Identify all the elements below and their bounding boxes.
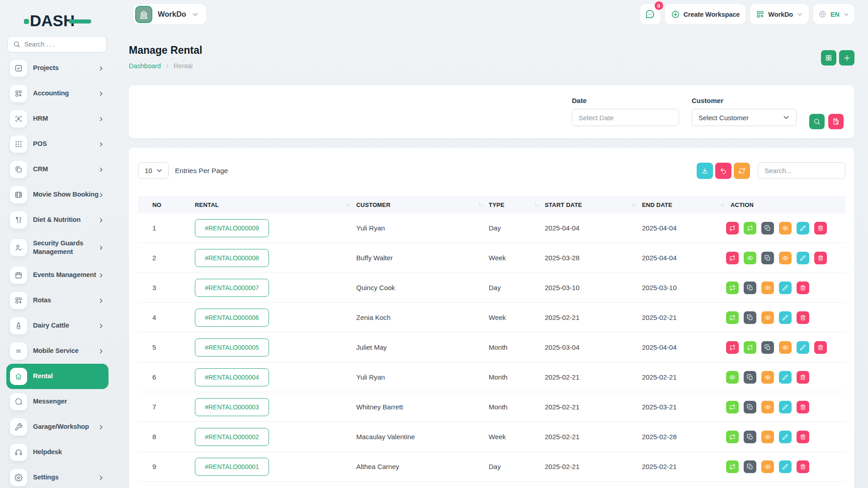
rental-code-link[interactable]: #RENTALO000005 <box>195 338 269 357</box>
customer-filter-select[interactable]: Select Customer <box>692 109 797 126</box>
delete-button[interactable] <box>797 311 809 324</box>
cell-type: Week <box>489 314 545 321</box>
table-search-input[interactable]: Search... <box>758 162 845 179</box>
sidebar-item-accounting[interactable]: Accounting <box>6 81 108 106</box>
messages-button[interactable]: 0 <box>640 4 660 24</box>
delete-button[interactable] <box>814 252 827 264</box>
view-button[interactable] <box>761 401 774 413</box>
view-button[interactable] <box>744 252 756 264</box>
column-header-end-date[interactable]: END DATE↑↓ <box>642 202 731 208</box>
edit-button[interactable] <box>797 222 809 235</box>
duplicate-button[interactable] <box>761 222 774 235</box>
convert-button[interactable] <box>726 460 739 473</box>
sidebar-item-rental[interactable]: Rental <box>6 364 108 389</box>
rental-code-link[interactable]: #RENTALO000007 <box>195 279 269 297</box>
delete-button[interactable] <box>797 371 809 384</box>
sidebar-item-rotas[interactable]: Rotas <box>6 288 108 313</box>
view-button[interactable] <box>779 252 792 264</box>
view-button[interactable] <box>761 371 774 384</box>
duplicate-button[interactable] <box>744 401 756 413</box>
duplicate-button[interactable] <box>744 282 756 294</box>
sidebar-item-helpdesk[interactable]: Helpdesk <box>6 440 108 465</box>
sidebar-item-messenger[interactable]: Messenger <box>6 389 108 414</box>
view-button[interactable] <box>726 371 739 384</box>
convert-button[interactable] <box>726 252 739 264</box>
delete-button[interactable] <box>797 282 809 294</box>
sidebar-item-diet-nutrition[interactable]: Diet & Nutrition <box>6 207 108 233</box>
edit-button[interactable] <box>779 431 792 443</box>
sidebar-item-garage-workshop[interactable]: Garage/Workshop <box>6 414 108 440</box>
sidebar-item-hrm[interactable]: HRM <box>6 106 108 131</box>
rental-code-link[interactable]: #RENTALO000002 <box>195 428 269 446</box>
sidebar-item-projects[interactable]: Projects <box>6 56 108 81</box>
convert-button[interactable] <box>726 341 739 354</box>
column-header-customer[interactable]: CUSTOMER↑↓ <box>356 202 489 208</box>
apply-filter-button[interactable] <box>809 114 825 129</box>
workspace-dropdown[interactable]: WorkDo <box>750 4 809 24</box>
delete-button[interactable] <box>814 222 827 235</box>
convert-button[interactable] <box>726 401 739 413</box>
edit-button[interactable] <box>779 460 792 473</box>
sidebar-search-input[interactable]: Search . . . <box>7 36 107 52</box>
create-workspace-button[interactable]: Create Workspace <box>665 4 746 24</box>
edit-button[interactable] <box>779 401 792 413</box>
breadcrumb-dashboard-link[interactable]: Dashboard <box>129 62 161 70</box>
sidebar-search-placeholder: Search . . . <box>24 41 55 48</box>
view-button[interactable] <box>761 311 774 324</box>
export-button[interactable] <box>697 163 713 179</box>
rental-code-link[interactable]: #RENTALO000009 <box>195 219 269 237</box>
view-button[interactable] <box>779 222 792 235</box>
date-filter-input[interactable]: Select Date <box>572 109 679 126</box>
convert-button[interactable] <box>744 341 756 354</box>
duplicate-button[interactable] <box>761 341 774 354</box>
rental-code-link[interactable]: #RENTALO000008 <box>195 249 269 267</box>
duplicate-button[interactable] <box>761 252 774 264</box>
add-rental-button[interactable] <box>839 50 854 66</box>
column-header-start-date[interactable]: START DATE↑↓ <box>545 202 642 208</box>
rental-code-link[interactable]: #RENTALO000003 <box>195 398 269 416</box>
sidebar-item-movie-show-booking[interactable]: Movie Show Booking <box>6 182 108 207</box>
language-dropdown[interactable]: EN <box>813 4 854 24</box>
clear-filter-button[interactable] <box>828 114 844 129</box>
delete-button[interactable] <box>797 431 809 443</box>
sidebar-item-mobile-service[interactable]: Mobile Service <box>6 338 108 364</box>
edit-button[interactable] <box>797 252 809 264</box>
rental-code-link[interactable]: #RENTALO000001 <box>195 458 269 476</box>
duplicate-button[interactable] <box>744 371 756 384</box>
duplicate-button[interactable] <box>744 431 756 443</box>
edit-button[interactable] <box>779 371 792 384</box>
edit-button[interactable] <box>779 311 792 324</box>
rental-code-link[interactable]: #RENTALO000004 <box>195 368 269 386</box>
view-button[interactable] <box>761 431 774 443</box>
view-button[interactable] <box>761 282 774 294</box>
convert-button[interactable] <box>726 282 739 294</box>
column-header-rental[interactable]: RENTAL↑↓ <box>195 202 356 208</box>
sidebar-item-security-guards-management[interactable]: Security Guards Management <box>6 233 108 263</box>
delete-button[interactable] <box>797 460 809 473</box>
convert-button[interactable] <box>726 222 739 235</box>
duplicate-button[interactable] <box>744 460 756 473</box>
sidebar-item-settings[interactable]: Settings <box>6 465 108 488</box>
sidebar-item-dairy-cattle[interactable]: Dairy Cattle <box>6 313 108 338</box>
view-button[interactable] <box>761 460 774 473</box>
grid-view-button[interactable] <box>821 50 836 66</box>
convert-button[interactable] <box>726 431 739 443</box>
convert-button[interactable] <box>744 222 756 235</box>
workspace-switcher[interactable]: WorkDo <box>133 4 206 24</box>
convert-button[interactable] <box>726 311 739 324</box>
table-row: 4#RENTALO000006Zenia KochWeek2025-02-212… <box>138 303 845 333</box>
edit-button[interactable] <box>797 341 809 354</box>
entries-per-page-select[interactable]: 10 <box>138 162 169 179</box>
reset-button[interactable] <box>715 163 731 179</box>
sidebar-item-crm[interactable]: CRM <box>6 157 108 182</box>
refresh-button[interactable] <box>734 163 750 179</box>
edit-button[interactable] <box>779 282 792 294</box>
sidebar-item-events-management[interactable]: Events Management <box>6 263 108 288</box>
delete-button[interactable] <box>814 341 827 354</box>
view-button[interactable] <box>779 341 792 354</box>
duplicate-button[interactable] <box>744 311 756 324</box>
sidebar-item-pos[interactable]: POS <box>6 131 108 157</box>
rental-code-link[interactable]: #RENTALO000006 <box>195 309 269 327</box>
delete-button[interactable] <box>797 401 809 413</box>
column-header-type[interactable]: TYPE↑↓ <box>489 202 545 208</box>
